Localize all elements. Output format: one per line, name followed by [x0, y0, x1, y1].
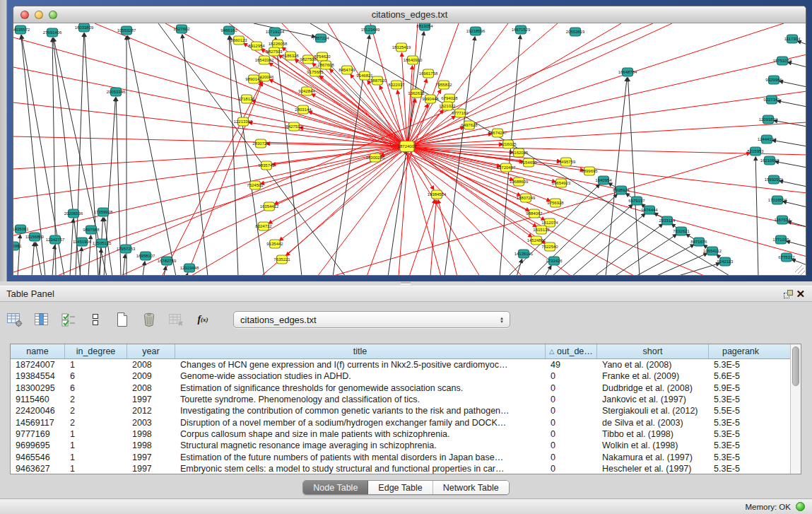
- graph-node[interactable]: 9466160: [220, 26, 237, 35]
- table-row[interactable]: 946362711997Embryonic stem cells: a mode…: [11, 463, 790, 474]
- graph-node[interactable]: 12213349: [234, 117, 253, 126]
- graph-node[interactable]: 2830721: [252, 139, 269, 148]
- row-height-icon[interactable]: [86, 310, 105, 329]
- graph-node[interactable]: 1771035: [772, 235, 789, 244]
- delete-table-icon[interactable]: [167, 310, 185, 329]
- graph-node[interactable]: 9884067: [526, 209, 543, 218]
- graph-node[interactable]: 14524861: [527, 236, 546, 245]
- graph-node[interactable]: 8024712: [255, 222, 272, 230]
- graph-node[interactable]: 17359928: [94, 208, 113, 216]
- scrollbar-thumb[interactable]: [792, 346, 799, 386]
- window-titlebar[interactable]: citations_edges.txt: [13, 6, 806, 23]
- function-builder-icon[interactable]: f(x): [194, 310, 212, 329]
- graph-node[interactable]: 8813054: [416, 23, 433, 30]
- close-panel-icon[interactable]: ✕: [796, 288, 805, 299]
- graph-node[interactable]: 12505135: [93, 239, 112, 247]
- graph-node[interactable]: 9135442: [266, 240, 283, 248]
- graph-node[interactable]: 7522540: [541, 243, 558, 251]
- graph-node[interactable]: 9474444: [641, 206, 658, 214]
- graph-node[interactable]: 3915961: [13, 242, 22, 250]
- graph-node[interactable]: 11451904: [73, 238, 92, 246]
- table-row[interactable]: 1456911722003Disruption of a novel membe…: [11, 416, 790, 428]
- graph-node[interactable]: 16671529: [512, 25, 531, 34]
- graph-node[interactable]: 20053346: [107, 88, 126, 96]
- graph-node[interactable]: 9175685: [307, 68, 324, 76]
- column-header-short[interactable]: short: [597, 344, 709, 358]
- graph-node[interactable]: 7955812: [435, 81, 452, 89]
- graph-node[interactable]: 9990448: [422, 95, 439, 103]
- tab-node-table[interactable]: Node Table: [303, 481, 368, 494]
- column-header-out_de[interactable]: △out_de…: [546, 344, 597, 358]
- graph-node[interactable]: 18300295: [366, 153, 385, 162]
- tab-edge-table[interactable]: Edge Table: [368, 481, 433, 494]
- graph-node[interactable]: 3216025: [500, 140, 517, 148]
- graph-node[interactable]: 19654923: [552, 179, 571, 187]
- delete-rows-icon[interactable]: [140, 310, 158, 329]
- canvas-resize-grip[interactable]: [795, 265, 805, 275]
- graph-node[interactable]: 19218596: [466, 27, 486, 35]
- graph-node[interactable]: 8215953: [747, 147, 764, 156]
- tab-network-table[interactable]: Network Table: [433, 481, 509, 494]
- graph-node[interactable]: 10553287: [117, 26, 136, 35]
- graph-node[interactable]: 8660123: [230, 36, 247, 45]
- graph-node[interactable]: 6679197: [628, 197, 645, 205]
- graph-node[interactable]: 16648784: [618, 68, 637, 76]
- graph-node[interactable]: 1621022: [439, 102, 456, 110]
- graph-node[interactable]: 27691406: [43, 28, 62, 37]
- table-row[interactable]: 977716911998Corpus callosum shape and si…: [11, 428, 790, 440]
- graph-node[interactable]: 9827503: [266, 47, 283, 56]
- select-all-rows-icon[interactable]: [59, 310, 78, 329]
- graph-node[interactable]: 1117304: [784, 35, 801, 43]
- graph-node[interactable]: 19384554: [428, 190, 447, 199]
- graph-node[interactable]: 9242844: [298, 87, 315, 95]
- graph-node[interactable]: 9227341: [763, 95, 780, 104]
- graph-node[interactable]: 2867608: [317, 61, 334, 69]
- graph-node[interactable]: 9242113: [717, 257, 734, 266]
- graph-node[interactable]: 7857224: [312, 34, 329, 42]
- graph-node[interactable]: 12093832: [759, 115, 778, 124]
- graph-node[interactable]: 10688609: [510, 177, 529, 186]
- graph-node[interactable]: 7632621: [673, 227, 690, 235]
- graph-node[interactable]: 20553819: [566, 28, 585, 36]
- table-row[interactable]: 1938455462009Genome-wide association stu…: [11, 370, 790, 382]
- graph-node[interactable]: 14136141: [514, 250, 534, 258]
- graph-node[interactable]: 9329966: [765, 76, 782, 84]
- graph-node[interactable]: 1640954: [595, 176, 612, 185]
- graph-node[interactable]: 15123449: [361, 25, 380, 34]
- graph-node[interactable]: 9756928: [547, 199, 564, 207]
- graph-node[interactable]: 8938924: [613, 186, 630, 194]
- show-columns-icon[interactable]: [33, 310, 51, 329]
- column-header-title[interactable]: title: [175, 344, 546, 358]
- graph-node[interactable]: 16162025: [510, 148, 529, 157]
- graph-node[interactable]: 18724007: [398, 141, 417, 152]
- table-row[interactable]: 969969511998Structural magnetic resonanc…: [11, 440, 790, 451]
- graph-node[interactable]: 16033809: [75, 23, 94, 32]
- graph-node[interactable]: 20206536: [64, 209, 83, 218]
- graph-node[interactable]: 9897588: [83, 226, 100, 234]
- graph-node[interactable]: 8912954: [248, 42, 265, 50]
- graph-node[interactable]: 12444134: [758, 135, 777, 144]
- graph-node[interactable]: 9154690: [520, 158, 537, 167]
- graph-node[interactable]: 15751074: [773, 57, 792, 65]
- table-row[interactable]: 911546021997Tourette syndrome. Phenomeno…: [11, 394, 790, 405]
- graph-node[interactable]: 18640910: [404, 56, 423, 64]
- graph-node[interactable]: 1733426: [546, 257, 563, 265]
- column-header-name[interactable]: name: [11, 344, 65, 358]
- graph-node[interactable]: 6794028: [441, 94, 458, 103]
- graph-node[interactable]: 16961758: [419, 69, 438, 78]
- graph-node[interactable]: 12342757: [46, 235, 65, 244]
- graph-node[interactable]: 7524502: [247, 181, 264, 189]
- graph-node[interactable]: 16210643: [760, 156, 779, 165]
- column-header-year[interactable]: year: [127, 344, 175, 358]
- graph-node[interactable]: 9777169: [452, 109, 469, 117]
- column-header-pagerank[interactable]: pagerank: [709, 344, 772, 358]
- graph-node[interactable]: 1615132: [533, 226, 550, 234]
- graph-node[interactable]: 10719134: [266, 28, 285, 36]
- graph-node[interactable]: 8427512: [286, 122, 302, 131]
- graph-node[interactable]: 6775312: [778, 253, 795, 262]
- graph-node[interactable]: 16354412: [260, 202, 279, 211]
- table-row[interactable]: 2242004622012Investigating the contribut…: [11, 405, 790, 416]
- graph-node[interactable]: 8322037: [388, 81, 405, 89]
- table-row[interactable]: 1830029562008Estimation of significance …: [11, 382, 790, 394]
- network-canvas[interactable]: 1872400724035572276914061603380910553287…: [13, 23, 806, 275]
